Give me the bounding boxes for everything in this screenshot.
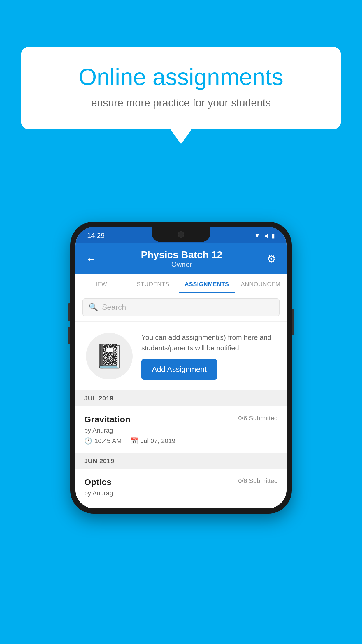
app-header: ← Physics Batch 12 Owner ⚙ [75, 243, 287, 274]
speech-bubble: Online assignments ensure more practice … [21, 47, 341, 130]
optics-row1: Optics 0/6 Submitted [84, 477, 278, 487]
notebook-icon: 📓 [95, 342, 124, 370]
status-time: 14:29 [87, 232, 105, 240]
assignment-row1: Gravitation 0/6 Submitted [84, 414, 278, 424]
promo-icon-circle: 📓 [86, 333, 133, 379]
assignment-time-value: 10:45 AM [94, 437, 122, 445]
add-assignment-button[interactable]: Add Assignment [141, 359, 217, 380]
assignment-date-value: Jul 07, 2019 [140, 437, 175, 445]
phone-notch [152, 227, 210, 242]
speech-bubble-container: Online assignments ensure more practice … [21, 47, 341, 144]
assignment-date: 📅 Jul 07, 2019 [130, 437, 175, 445]
front-camera [178, 231, 184, 238]
tab-announcements[interactable]: ANNOUNCEM [235, 274, 287, 293]
volume-down-button [68, 327, 70, 344]
tab-students[interactable]: STUDENTS [127, 274, 179, 293]
speech-bubble-arrow [171, 130, 191, 144]
assignment-time: 🕐 10:45 AM [84, 437, 122, 445]
wifi-icon: ▼ [254, 232, 260, 239]
calendar-icon: 📅 [130, 437, 138, 445]
promo-card: 📓 You can add assignment(s) from here an… [75, 322, 287, 391]
tab-iew[interactable]: IEW [75, 274, 127, 293]
header-subtitle: Owner [141, 260, 222, 269]
tab-assignments[interactable]: ASSIGNMENTS [179, 274, 235, 293]
header-title-block: Physics Batch 12 Owner [141, 249, 222, 269]
assignment-item-optics[interactable]: Optics 0/6 Submitted by Anurag [75, 469, 287, 508]
assignment-submitted: 0/6 Submitted [238, 414, 278, 422]
search-container: 🔍 Search [75, 293, 287, 322]
month-separator-jun: JUN 2019 [75, 453, 287, 469]
battery-icon: ▮ [272, 232, 275, 239]
power-button [292, 309, 294, 335]
search-input[interactable]: Search [102, 303, 126, 312]
speech-bubble-subtitle: ensure more practice for your students [44, 97, 318, 109]
header-title: Physics Batch 12 [141, 249, 222, 260]
speech-bubble-title: Online assignments [44, 64, 318, 90]
signal-icon: ◄ [263, 232, 269, 239]
phone-frame: 14:29 ▼ ◄ ▮ ← Physics Batch 12 Owner ⚙ I… [70, 222, 292, 514]
search-input-wrap[interactable]: 🔍 Search [82, 298, 280, 316]
month-separator-jul: JUL 2019 [75, 391, 287, 406]
back-button[interactable]: ← [86, 253, 96, 265]
settings-button[interactable]: ⚙ [267, 253, 276, 265]
optics-submitted: 0/6 Submitted [238, 477, 278, 485]
promo-text: You can add assignment(s) from here and … [141, 332, 278, 353]
assignment-meta: 🕐 10:45 AM 📅 Jul 07, 2019 [84, 437, 278, 445]
volume-up-button [68, 303, 70, 321]
phone-screen: 14:29 ▼ ◄ ▮ ← Physics Batch 12 Owner ⚙ I… [75, 227, 287, 508]
optics-title: Optics [84, 477, 111, 487]
clock-icon: 🕐 [84, 437, 92, 445]
assignment-title: Gravitation [84, 414, 130, 424]
assignment-item-gravitation[interactable]: Gravitation 0/6 Submitted by Anurag 🕐 10… [75, 406, 287, 453]
promo-content: You can add assignment(s) from here and … [141, 332, 278, 380]
search-icon: 🔍 [89, 303, 98, 312]
tabs-bar: IEW STUDENTS ASSIGNMENTS ANNOUNCEM [75, 274, 287, 293]
optics-author: by Anurag [84, 489, 278, 497]
status-icons: ▼ ◄ ▮ [254, 232, 275, 239]
assignment-author: by Anurag [84, 427, 278, 434]
